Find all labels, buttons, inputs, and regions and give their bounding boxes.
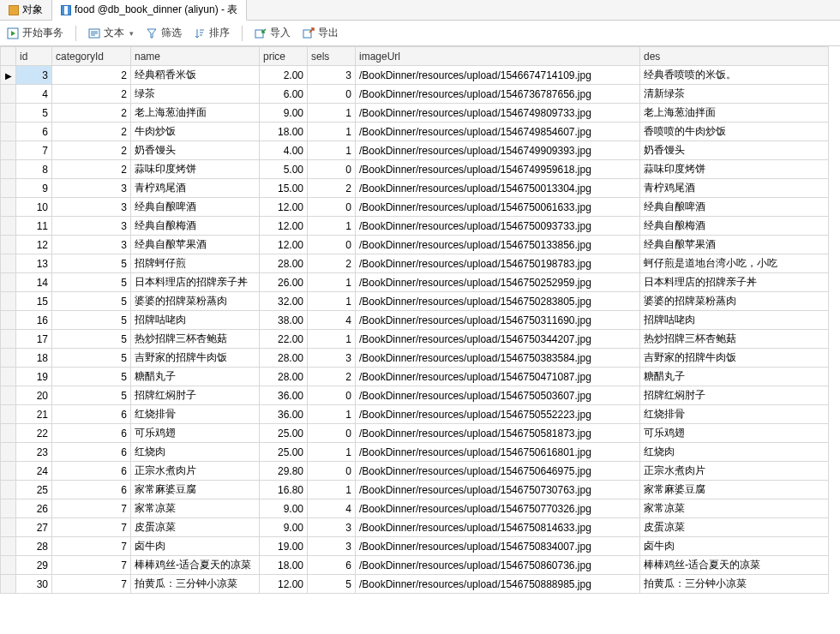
tab-objects[interactable]: 对象: [0, 0, 52, 20]
cell-imageUrl[interactable]: /BookDinner/resources/upload/15467505036…: [356, 386, 640, 405]
table-row[interactable]: 93青柠鸡尾酒15.002/BookDinner/resources/uploa…: [1, 179, 829, 198]
cell-price[interactable]: 25.00: [260, 424, 308, 443]
export-button[interactable]: 导出: [303, 26, 339, 40]
cell-des[interactable]: 蒜味印度烤饼: [640, 160, 829, 179]
cell-categoryId[interactable]: 2: [52, 85, 131, 104]
row-indicator[interactable]: [1, 349, 16, 368]
table-row[interactable]: 246正宗水煮肉片29.800/BookDinner/resources/upl…: [1, 462, 829, 481]
row-indicator[interactable]: [1, 443, 16, 462]
cell-categoryId[interactable]: 2: [52, 160, 131, 179]
table-row[interactable]: 42绿茶6.000/BookDinner/resources/upload/15…: [1, 85, 829, 104]
table-row[interactable]: 287卤牛肉19.003/BookDinner/resources/upload…: [1, 537, 829, 556]
cell-id[interactable]: 15: [16, 292, 52, 311]
cell-name[interactable]: 蒜味印度烤饼: [131, 160, 260, 179]
table-row[interactable]: 185吉野家的招牌牛肉饭28.003/BookDinner/resources/…: [1, 349, 829, 368]
cell-categoryId[interactable]: 7: [52, 518, 131, 537]
cell-id[interactable]: 12: [16, 236, 52, 254]
cell-categoryId[interactable]: 5: [52, 386, 131, 405]
cell-des[interactable]: 红烧肉: [640, 443, 829, 462]
cell-categoryId[interactable]: 5: [52, 311, 131, 330]
table-row[interactable]: 123经典自酿苹果酒12.000/BookDinner/resources/up…: [1, 236, 829, 254]
cell-sels[interactable]: 0: [308, 236, 356, 254]
cell-name[interactable]: 卤牛肉: [131, 537, 260, 556]
cell-categoryId[interactable]: 6: [52, 481, 131, 499]
cell-des[interactable]: 招牌红焖肘子: [640, 386, 829, 405]
cell-imageUrl[interactable]: /BookDinner/resources/upload/15467503442…: [356, 330, 640, 349]
cell-imageUrl[interactable]: /BookDinner/resources/upload/15467500616…: [356, 198, 640, 217]
row-indicator[interactable]: [1, 141, 16, 160]
cell-id[interactable]: 16: [16, 311, 52, 330]
table-row[interactable]: 307拍黄瓜：三分钟小凉菜12.005/BookDinner/resources…: [1, 575, 829, 594]
cell-id[interactable]: 18: [16, 349, 52, 368]
cell-sels[interactable]: 1: [308, 443, 356, 462]
cell-name[interactable]: 绿茶: [131, 85, 260, 104]
cell-sels[interactable]: 3: [308, 537, 356, 556]
cell-categoryId[interactable]: 3: [52, 198, 131, 217]
table-row[interactable]: 52老上海葱油拌面9.001/BookDinner/resources/uplo…: [1, 104, 829, 123]
cell-id[interactable]: 30: [16, 575, 52, 594]
cell-imageUrl[interactable]: /BookDinner/resources/upload/15467507307…: [356, 481, 640, 499]
cell-id[interactable]: 24: [16, 462, 52, 481]
cell-name[interactable]: 棒棒鸡丝-适合夏天的凉菜: [131, 556, 260, 575]
table-row[interactable]: 277皮蛋凉菜9.003/BookDinner/resources/upload…: [1, 518, 829, 537]
table-row[interactable]: 195糖醋丸子28.002/BookDinner/resources/uploa…: [1, 368, 829, 386]
cell-imageUrl[interactable]: /BookDinner/resources/upload/15467504710…: [356, 368, 640, 386]
cell-imageUrl[interactable]: /BookDinner/resources/upload/15467505818…: [356, 424, 640, 443]
row-indicator[interactable]: [1, 179, 16, 198]
cell-name[interactable]: 招牌咕咾肉: [131, 311, 260, 330]
cell-categoryId[interactable]: 3: [52, 236, 131, 254]
cell-price[interactable]: 22.00: [260, 330, 308, 349]
cell-sels[interactable]: 0: [308, 424, 356, 443]
table-row[interactable]: ▶32经典稻香米饭2.003/BookDinner/resources/uplo…: [1, 66, 829, 85]
cell-sels[interactable]: 4: [308, 311, 356, 330]
cell-price[interactable]: 32.00: [260, 292, 308, 311]
column-header-name[interactable]: name: [131, 47, 260, 66]
cell-price[interactable]: 2.00: [260, 66, 308, 85]
cell-des[interactable]: 家常麻婆豆腐: [640, 481, 829, 499]
cell-sels[interactable]: 0: [308, 85, 356, 104]
begin-transaction-button[interactable]: 开始事务: [7, 26, 63, 40]
cell-categoryId[interactable]: 3: [52, 179, 131, 198]
table-row[interactable]: 72奶香馒头4.001/BookDinner/resources/upload/…: [1, 141, 829, 160]
cell-imageUrl[interactable]: /BookDinner/resources/upload/15467500937…: [356, 217, 640, 236]
cell-name[interactable]: 正宗水煮肉片: [131, 462, 260, 481]
row-indicator[interactable]: ▶: [1, 66, 16, 85]
row-indicator[interactable]: [1, 273, 16, 292]
cell-des[interactable]: 家常凉菜: [640, 499, 829, 518]
cell-imageUrl[interactable]: /BookDinner/resources/upload/15467508340…: [356, 537, 640, 556]
cell-name[interactable]: 家常凉菜: [131, 499, 260, 518]
text-button[interactable]: 文本: [88, 26, 134, 40]
cell-imageUrl[interactable]: /BookDinner/resources/upload/15467502838…: [356, 292, 640, 311]
cell-price[interactable]: 9.00: [260, 104, 308, 123]
cell-sels[interactable]: 1: [308, 292, 356, 311]
table-row[interactable]: 145日本料理店的招牌亲子丼26.001/BookDinner/resource…: [1, 273, 829, 292]
cell-des[interactable]: 香喷喷的牛肉炒饭: [640, 123, 829, 141]
cell-sels[interactable]: 3: [308, 66, 356, 85]
table-row[interactable]: 103经典自酿啤酒12.000/BookDinner/resources/upl…: [1, 198, 829, 217]
cell-categoryId[interactable]: 7: [52, 537, 131, 556]
table-row[interactable]: 297棒棒鸡丝-适合夏天的凉菜18.006/BookDinner/resourc…: [1, 556, 829, 575]
cell-des[interactable]: 招牌咕咾肉: [640, 311, 829, 330]
cell-id[interactable]: 10: [16, 198, 52, 217]
table-row[interactable]: 226可乐鸡翅25.000/BookDinner/resources/uploa…: [1, 424, 829, 443]
cell-des[interactable]: 老上海葱油拌面: [640, 104, 829, 123]
cell-des[interactable]: 经典自酿苹果酒: [640, 236, 829, 254]
cell-id[interactable]: 22: [16, 424, 52, 443]
cell-sels[interactable]: 4: [308, 499, 356, 518]
cell-des[interactable]: 经典自酿梅酒: [640, 217, 829, 236]
cell-imageUrl[interactable]: /BookDinner/resources/upload/15467501987…: [356, 254, 640, 273]
cell-name[interactable]: 青柠鸡尾酒: [131, 179, 260, 198]
cell-name[interactable]: 红烧肉: [131, 443, 260, 462]
cell-sels[interactable]: 1: [308, 217, 356, 236]
cell-sels[interactable]: 1: [308, 273, 356, 292]
cell-id[interactable]: 17: [16, 330, 52, 349]
column-header-sels[interactable]: sels: [308, 47, 356, 66]
cell-price[interactable]: 12.00: [260, 198, 308, 217]
cell-imageUrl[interactable]: /BookDinner/resources/upload/15467498546…: [356, 123, 640, 141]
cell-categoryId[interactable]: 6: [52, 424, 131, 443]
cell-price[interactable]: 9.00: [260, 499, 308, 518]
cell-sels[interactable]: 2: [308, 254, 356, 273]
row-indicator[interactable]: [1, 518, 16, 537]
cell-des[interactable]: 蚵仔煎是道地台湾小吃，小吃: [640, 254, 829, 273]
row-indicator[interactable]: [1, 386, 16, 405]
